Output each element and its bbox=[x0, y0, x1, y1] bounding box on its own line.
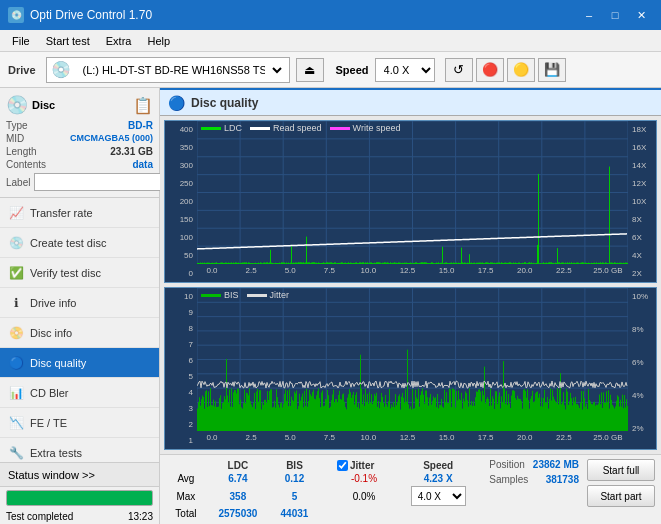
position-label: Position bbox=[489, 459, 525, 470]
avg-jitter: -0.1% bbox=[333, 472, 395, 485]
sidebar-item-extra-tests[interactable]: 🔧 Extra tests bbox=[0, 438, 159, 462]
disc-contents-label: Contents bbox=[6, 159, 46, 170]
close-button[interactable]: ✕ bbox=[629, 5, 653, 25]
disc-panel-title: Disc bbox=[32, 99, 55, 111]
chart2-y-labels-right: 10% 8% 6% 4% 2% bbox=[628, 288, 656, 449]
chart1-y-labels-right: 18X 16X 14X 12X 10X 8X 6X 4X 2X bbox=[628, 121, 656, 282]
sidebar-item-transfer-rate[interactable]: 📈 Transfer rate bbox=[0, 198, 159, 228]
col-header-jitter: Jitter bbox=[333, 459, 395, 472]
eject-button[interactable]: ⏏ bbox=[296, 58, 324, 82]
sidebar-item-verify-test-disc[interactable]: ✅ Verify test disc bbox=[0, 258, 159, 288]
col-header-speed-lbl: Speed bbox=[395, 459, 481, 472]
sidebar-item-label: Create test disc bbox=[30, 237, 106, 249]
start-buttons: Start full Start part bbox=[587, 459, 655, 520]
progress-bar-fill bbox=[7, 491, 152, 505]
disc-label-input[interactable] bbox=[34, 173, 167, 191]
writespeed-legend-item: Write speed bbox=[330, 123, 401, 133]
titlebar: 💿 Opti Drive Control 1.70 – □ ✕ bbox=[0, 0, 661, 30]
minimize-button[interactable]: – bbox=[577, 5, 601, 25]
chart2-main: BIS Jitter 0.0 2.5 5.0 7.5 10.0 bbox=[197, 288, 628, 449]
total-ldc: 2575030 bbox=[206, 507, 270, 520]
chart1-canvas bbox=[197, 121, 628, 264]
drive-action-buttons: ↺ 🔴 🟡 💾 bbox=[445, 58, 566, 82]
jitter-label: Jitter bbox=[350, 460, 374, 471]
chart2-y-labels-left: 10 9 8 7 6 5 4 3 2 1 bbox=[165, 288, 197, 449]
app-title: Opti Drive Control 1.70 bbox=[30, 8, 152, 22]
col-header-space bbox=[319, 459, 333, 472]
sidebar-item-disc-quality[interactable]: 🔵 Disc quality bbox=[0, 348, 159, 378]
col-header-empty bbox=[166, 459, 206, 472]
content-area: 🔵 Disc quality 400 350 300 250 200 150 1… bbox=[160, 88, 661, 524]
app-icon: 💿 bbox=[8, 7, 24, 23]
sidebar-item-disc-info[interactable]: 📀 Disc info bbox=[0, 318, 159, 348]
start-part-button[interactable]: Start part bbox=[587, 485, 655, 507]
position-value: 23862 MB bbox=[533, 459, 579, 470]
bis-legend-label: BIS bbox=[224, 290, 239, 300]
disc-quality-header: 🔵 Disc quality bbox=[160, 88, 661, 116]
col-header-ldc: LDC bbox=[206, 459, 270, 472]
menu-help[interactable]: Help bbox=[139, 33, 178, 49]
jitter-legend-item: Jitter bbox=[247, 290, 290, 300]
stats-avg-row: Avg 6.74 0.12 -0.1% 4.23 X bbox=[166, 472, 481, 485]
menu-start-test[interactable]: Start test bbox=[38, 33, 98, 49]
menu-file[interactable]: File bbox=[4, 33, 38, 49]
disc-copy-icon[interactable]: 📋 bbox=[133, 96, 153, 115]
max-label: Max bbox=[166, 485, 206, 507]
stats-data-table: LDC BIS Jitter Speed bbox=[166, 459, 481, 520]
jitter-checkbox[interactable] bbox=[337, 460, 348, 471]
disc-length-row: Length 23.31 GB bbox=[6, 146, 153, 157]
status-window-button[interactable]: Status window >> bbox=[0, 463, 159, 487]
main-layout: 💿 Disc 📋 Type BD-R MID CMCMAGBA5 (000) L… bbox=[0, 88, 661, 524]
sidebar-item-cd-bler[interactable]: 📊 CD Bler bbox=[0, 378, 159, 408]
menu-extra[interactable]: Extra bbox=[98, 33, 140, 49]
stats-max-row: Max 358 5 0.0% 4.0 X 2.0 X 8.0 X bbox=[166, 485, 481, 507]
speed-measured: 4.23 X bbox=[424, 473, 453, 484]
stats-right: Position 23862 MB Samples 381738 bbox=[489, 459, 579, 520]
save-button[interactable]: 💾 bbox=[538, 58, 566, 82]
writespeed-legend-color bbox=[330, 127, 350, 130]
maximize-button[interactable]: □ bbox=[603, 5, 627, 25]
drive-selector[interactable]: (L:) HL-DT-ST BD-RE WH16NS58 TST4 bbox=[75, 58, 285, 82]
samples-row: Samples 381738 bbox=[489, 474, 579, 485]
speed-selector[interactable]: 4.0 X 2.0 X 8.0 X bbox=[375, 58, 435, 82]
chart1-x-axis: 0.0 2.5 5.0 7.5 10.0 12.5 15.0 17.5 20.0… bbox=[197, 264, 628, 282]
sidebar-item-create-test-disc[interactable]: 💿 Create test disc bbox=[0, 228, 159, 258]
action-btn-2[interactable]: 🟡 bbox=[507, 58, 535, 82]
ldc-legend-label: LDC bbox=[224, 123, 242, 133]
verify-test-disc-icon: ✅ bbox=[8, 265, 24, 281]
drive-label: Drive bbox=[8, 64, 36, 76]
speed-select[interactable]: 4.0 X 2.0 X 8.0 X bbox=[411, 486, 466, 506]
sidebar-item-drive-info[interactable]: ℹ Drive info bbox=[0, 288, 159, 318]
start-full-button[interactable]: Start full bbox=[587, 459, 655, 481]
avg-bis: 0.12 bbox=[270, 472, 319, 485]
status-text-row: Test completed 13:23 bbox=[0, 509, 159, 524]
chart1-y-labels-left: 400 350 300 250 200 150 100 50 0 bbox=[165, 121, 197, 282]
total-label: Total bbox=[166, 507, 206, 520]
chart2-x-axis: 0.0 2.5 5.0 7.5 10.0 12.5 15.0 17.5 20.0… bbox=[197, 431, 628, 449]
ldc-legend-item: LDC bbox=[201, 123, 242, 133]
titlebar-buttons: – □ ✕ bbox=[577, 5, 653, 25]
disc-length-value: 23.31 GB bbox=[110, 146, 153, 157]
bis-legend-color bbox=[201, 294, 221, 297]
menubar: File Start test Extra Help bbox=[0, 30, 661, 52]
chart1-legend: LDC Read speed Write speed bbox=[201, 123, 400, 133]
refresh-button[interactable]: ↺ bbox=[445, 58, 473, 82]
jitter-legend-color bbox=[247, 294, 267, 297]
sidebar-item-fe-te[interactable]: 📉 FE / TE bbox=[0, 408, 159, 438]
charts-area: 400 350 300 250 200 150 100 50 0 LDC bbox=[160, 116, 661, 454]
disc-panel-icon: 💿 bbox=[6, 94, 28, 116]
stats-total-row: Total 2575030 44031 bbox=[166, 507, 481, 520]
sidebar-item-label: Disc quality bbox=[30, 357, 86, 369]
disc-info-panel: 💿 Disc 📋 Type BD-R MID CMCMAGBA5 (000) L… bbox=[0, 88, 159, 198]
max-bis: 5 bbox=[270, 485, 319, 507]
disc-label-text: Label bbox=[6, 177, 30, 188]
disc-panel-header: 💿 Disc 📋 bbox=[6, 94, 153, 116]
bis-legend-item: BIS bbox=[201, 290, 239, 300]
action-btn-1[interactable]: 🔴 bbox=[476, 58, 504, 82]
transfer-rate-icon: 📈 bbox=[8, 205, 24, 221]
total-bis: 44031 bbox=[270, 507, 319, 520]
disc-label-row: Label 🔍 bbox=[6, 173, 153, 191]
status-time: 13:23 bbox=[128, 511, 153, 522]
extra-tests-icon: 🔧 bbox=[8, 445, 24, 461]
drivebar: Drive 💿 (L:) HL-DT-ST BD-RE WH16NS58 TST… bbox=[0, 52, 661, 88]
